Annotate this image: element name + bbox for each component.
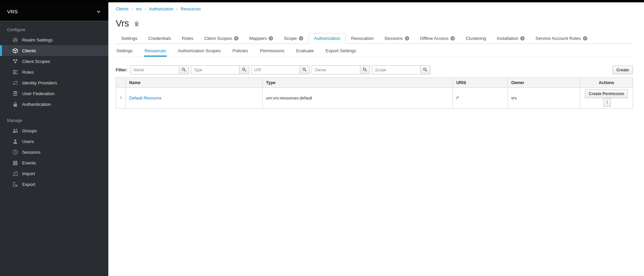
subtab-resources[interactable]: Resources	[144, 46, 167, 57]
sidebar-item-label: Identity Providers	[22, 80, 57, 85]
tab-mappers[interactable]: Mappers?	[244, 33, 279, 44]
subtab-authorization-scopes[interactable]: Authorization Scopes	[177, 46, 221, 57]
row-expand-toggle[interactable]	[116, 88, 126, 109]
tab-installation[interactable]: Installation?	[491, 33, 530, 44]
sidebar-item-label: Realm Settings	[22, 38, 53, 43]
sidebar-item-user-federation[interactable]: User Federation	[0, 88, 108, 99]
subtab-evaluate[interactable]: Evaluate	[296, 46, 315, 57]
resource-owner-cell: vrs	[508, 88, 580, 109]
page-title: Vrs	[116, 18, 129, 29]
top-navbar	[0, 0, 644, 2]
sidebar-item-roles[interactable]: Roles	[0, 67, 108, 77]
tab-authorization[interactable]: Authorization	[309, 33, 346, 44]
sidebar-item-label: Sessions	[22, 150, 41, 155]
tab-scope[interactable]: Scope?	[278, 33, 308, 44]
sidebar-item-label: Clients	[22, 48, 36, 53]
filter-name-search-button[interactable]	[179, 65, 189, 74]
sidebar-item-events[interactable]: Events	[0, 157, 108, 168]
tab-client-scopes[interactable]: Client Scopes?	[199, 33, 244, 44]
column-header-name: Name	[126, 78, 263, 88]
kebab-icon	[605, 101, 609, 106]
resource-type-cell: urn:vrs:resources:default	[263, 88, 453, 109]
sidebar-item-users[interactable]: Users	[0, 136, 108, 147]
title-row: Vrs	[116, 18, 633, 29]
sidebar-item-realm-settings[interactable]: Realm Settings	[0, 34, 108, 45]
exchange-icon	[12, 80, 18, 86]
breadcrumb-link-resources[interactable]: Resources	[181, 7, 201, 11]
help-icon: ?	[269, 36, 273, 41]
tab-label: Scope	[284, 36, 297, 41]
breadcrumb-separator: ›	[145, 7, 146, 11]
filter-scope-input[interactable]	[372, 65, 421, 74]
resources-table: NameTypeURISOwnerActions Default Resourc…	[116, 77, 633, 109]
tab-label: Offline Access	[420, 36, 448, 41]
sidebar-nav: ConfigureRealm SettingsClientsClient Sco…	[0, 21, 108, 190]
sidebar-item-import[interactable]: Import	[0, 168, 108, 179]
tab-credentials[interactable]: Credentials	[143, 33, 176, 44]
tab-roles[interactable]: Roles	[176, 33, 199, 44]
filter-uri-input[interactable]	[251, 65, 300, 74]
filter-group-name	[130, 65, 189, 74]
search-icon	[302, 67, 307, 73]
sidebar-item-authentication[interactable]: Authentication	[0, 99, 108, 110]
resources-toolbar: Filter: Create	[116, 65, 633, 74]
resource-name-cell: Default Resource	[126, 88, 263, 109]
sidebar-item-sessions[interactable]: Sessions	[0, 147, 108, 157]
create-permission-button[interactable]: Create Permission	[585, 89, 628, 98]
subtab-export-settings[interactable]: Export Settings	[325, 46, 357, 57]
row-kebab-menu-button[interactable]	[603, 98, 611, 107]
tab-label: Clustering	[466, 36, 486, 41]
help-icon: ?	[450, 36, 455, 41]
tab-sessions[interactable]: Sessions?	[379, 33, 415, 44]
list-icon	[12, 69, 18, 75]
sidebar-item-label: Authentication	[22, 102, 51, 107]
filter-name-input[interactable]	[130, 65, 179, 74]
filter-scope-search-button[interactable]	[420, 65, 430, 74]
filter-owner-input[interactable]	[312, 65, 360, 74]
subtab-policies[interactable]: Policies	[232, 46, 249, 57]
breadcrumb-separator: ›	[176, 7, 178, 11]
filter-uri-search-button[interactable]	[300, 65, 310, 74]
table-row: Default Resourceurn:vrs:resources:defaul…	[116, 88, 633, 109]
filter-type-search-button[interactable]	[239, 65, 249, 74]
tab-revocation[interactable]: Revocation	[346, 33, 379, 44]
tab-clustering[interactable]: Clustering	[460, 33, 491, 44]
resources-table-body: Default Resourceurn:vrs:resources:defaul…	[116, 88, 633, 109]
sidebar-item-export[interactable]: Export	[0, 179, 108, 190]
tab-service-account-roles[interactable]: Service Account Roles?	[530, 33, 592, 44]
user-icon	[12, 139, 18, 144]
client-tabs: SettingsCredentialsRolesClient Scopes?Ma…	[116, 33, 633, 44]
realm-selector[interactable]: VRS	[0, 0, 108, 21]
subtab-permissions[interactable]: Permissions	[259, 46, 285, 57]
breadcrumb-link-clients[interactable]: Clients	[116, 7, 128, 11]
search-icon	[363, 67, 367, 73]
sidebar-item-clients[interactable]: Clients	[0, 45, 108, 56]
tab-label: Client Scopes	[204, 36, 232, 41]
create-resource-button[interactable]: Create	[612, 66, 633, 74]
delete-client-button[interactable]	[134, 20, 140, 27]
calendar-icon	[12, 160, 18, 166]
resources-table-header: NameTypeURISOwnerActions	[116, 78, 633, 88]
sidebar-item-client-scopes[interactable]: Client Scopes	[0, 56, 108, 67]
authorization-subtabs: SettingsResourcesAuthorization ScopesPol…	[116, 46, 633, 57]
sidebar-item-identity-providers[interactable]: Identity Providers	[0, 77, 108, 88]
help-icon: ?	[405, 36, 409, 41]
cube-icon	[12, 48, 18, 54]
sidebar-item-groups[interactable]: Groups	[0, 125, 108, 136]
realm-name: VRS	[7, 9, 18, 14]
filter-owner-search-button[interactable]	[360, 65, 370, 74]
tab-offline-access[interactable]: Offline Access?	[415, 33, 460, 44]
breadcrumb-link-vrs[interactable]: vrs	[136, 7, 142, 11]
subtab-settings[interactable]: Settings	[116, 46, 133, 57]
resource-name-link[interactable]: Default Resource	[129, 96, 162, 100]
filter-group-type	[191, 65, 249, 74]
breadcrumb-link-authorization[interactable]: Authorization	[149, 7, 173, 11]
chevron-right-icon	[119, 96, 123, 100]
column-header-uris: URIS	[453, 78, 508, 88]
nav-section-configure: ConfigureRealm SettingsClientsClient Sco…	[0, 21, 108, 110]
filter-type-input[interactable]	[191, 65, 239, 74]
column-header-type: Type	[263, 78, 453, 88]
tab-settings[interactable]: Settings	[116, 33, 143, 44]
export-icon	[12, 182, 18, 187]
tab-label: Service Account Roles	[535, 36, 581, 41]
